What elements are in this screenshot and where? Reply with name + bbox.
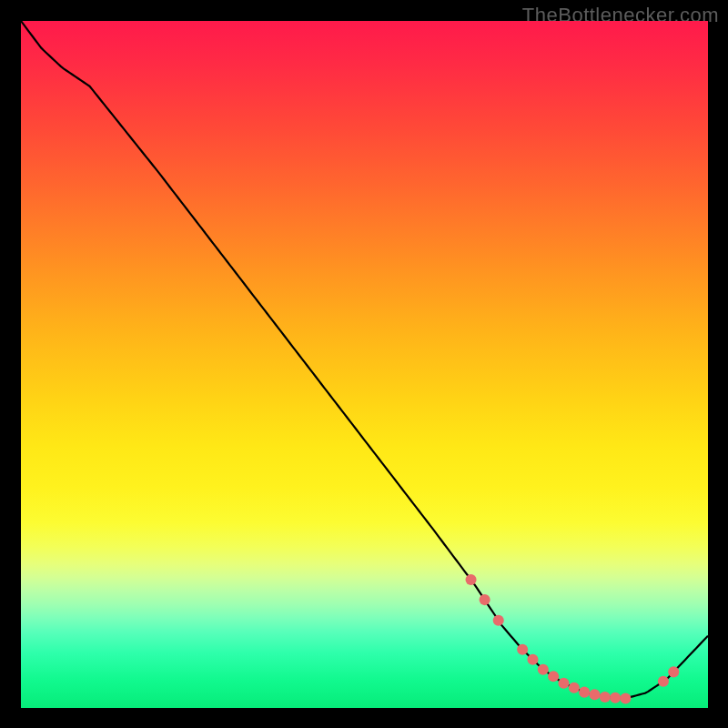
curve-marker xyxy=(610,693,621,703)
curve-marker xyxy=(620,693,631,703)
curve-marker xyxy=(548,671,559,682)
curve-marker xyxy=(658,676,669,687)
curve-line xyxy=(21,21,708,698)
curve-marker xyxy=(600,692,611,703)
plot-area xyxy=(21,21,708,708)
curve-marker xyxy=(579,687,590,698)
curve-marker xyxy=(465,574,476,585)
chart-svg xyxy=(21,21,708,708)
curve-marker xyxy=(527,654,538,665)
curve-marker xyxy=(668,666,679,677)
curve-marker xyxy=(493,615,504,626)
curve-marker xyxy=(480,594,490,605)
chart-frame: TheBottlenecker.com xyxy=(0,0,728,728)
curve-marker xyxy=(558,678,569,689)
curve-marker xyxy=(569,682,580,693)
curve-marker xyxy=(517,644,528,655)
curve-marker xyxy=(538,664,549,675)
marker-group xyxy=(465,574,679,703)
curve-marker xyxy=(589,689,600,700)
